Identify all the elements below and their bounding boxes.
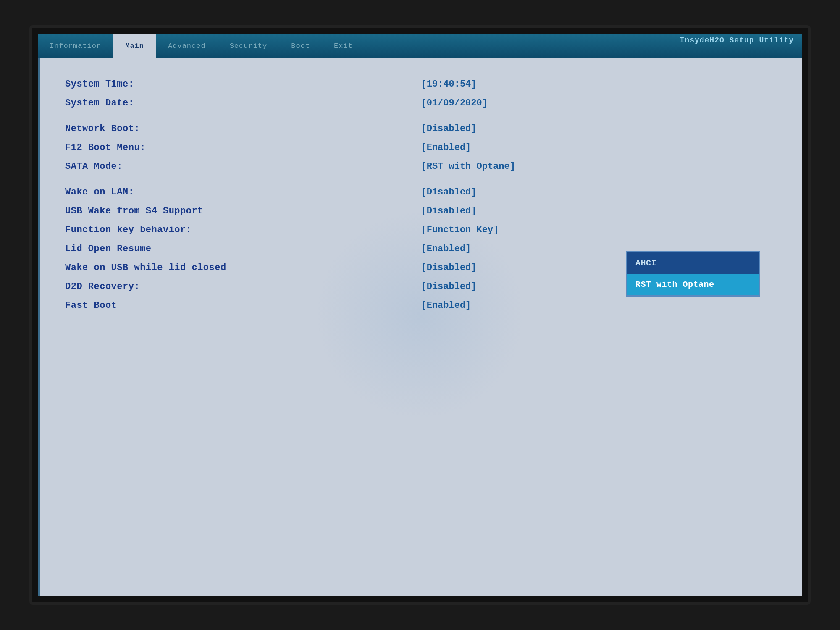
- function-key-label: Function key behavior:: [65, 220, 421, 239]
- network-boot-value[interactable]: [Disabled]: [421, 119, 777, 138]
- system-date-value[interactable]: [01/09/2020]: [421, 94, 777, 113]
- dropdown-item-ahci[interactable]: AHCI: [627, 252, 759, 274]
- d2d-recovery-label: D2D Recovery:: [65, 277, 421, 296]
- usb-wake-label: USB Wake from S4 Support: [65, 202, 421, 220]
- function-key-value[interactable]: [Function Key]: [421, 220, 777, 239]
- lid-open-label: Lid Open Resume: [65, 239, 421, 258]
- spacer-1: [65, 113, 777, 119]
- f12-boot-menu-label: F12 Boot Menu:: [65, 138, 421, 157]
- system-date-label: System Date:: [65, 94, 421, 113]
- wake-usb-lid-label: Wake on USB while lid closed: [65, 258, 421, 277]
- tab-advanced[interactable]: Advanced: [156, 34, 218, 58]
- screen-outer: Information Main Advanced Security Boot …: [29, 25, 811, 605]
- f12-boot-menu-value[interactable]: [Enabled]: [421, 138, 777, 157]
- sata-mode-value[interactable]: [RST with Optane]: [421, 157, 777, 176]
- sata-mode-label: SATA Mode:: [65, 157, 421, 176]
- network-boot-label: Network Boot:: [65, 119, 421, 138]
- dropdown-item-rst[interactable]: RST with Optane: [627, 274, 759, 295]
- fast-boot-value[interactable]: [Enabled]: [421, 296, 777, 315]
- tab-exit[interactable]: Exit: [322, 34, 365, 58]
- tab-main[interactable]: Main: [113, 34, 156, 58]
- nav-tabs: Information Main Advanced Security Boot …: [38, 34, 365, 58]
- wake-on-lan-label: Wake on LAN:: [65, 183, 421, 202]
- bios-title: InsydeH2O Setup Utility: [680, 36, 794, 45]
- usb-wake-value[interactable]: [Disabled]: [421, 202, 777, 220]
- sata-mode-dropdown: AHCI RST with Optane: [626, 251, 760, 297]
- spacer-2: [65, 176, 777, 183]
- bios-screen: Information Main Advanced Security Boot …: [38, 34, 802, 596]
- header-bar: Information Main Advanced Security Boot …: [38, 34, 802, 58]
- system-time-label: System Time:: [65, 75, 421, 94]
- main-content: System Time: [19:40:54] System Date: [01…: [38, 58, 802, 596]
- system-time-value[interactable]: [19:40:54]: [421, 75, 777, 94]
- tab-boot[interactable]: Boot: [279, 34, 322, 58]
- tab-information[interactable]: Information: [38, 34, 113, 58]
- fast-boot-label: Fast Boot: [65, 296, 421, 315]
- wake-on-lan-value[interactable]: [Disabled]: [421, 183, 777, 202]
- tab-security[interactable]: Security: [218, 34, 280, 58]
